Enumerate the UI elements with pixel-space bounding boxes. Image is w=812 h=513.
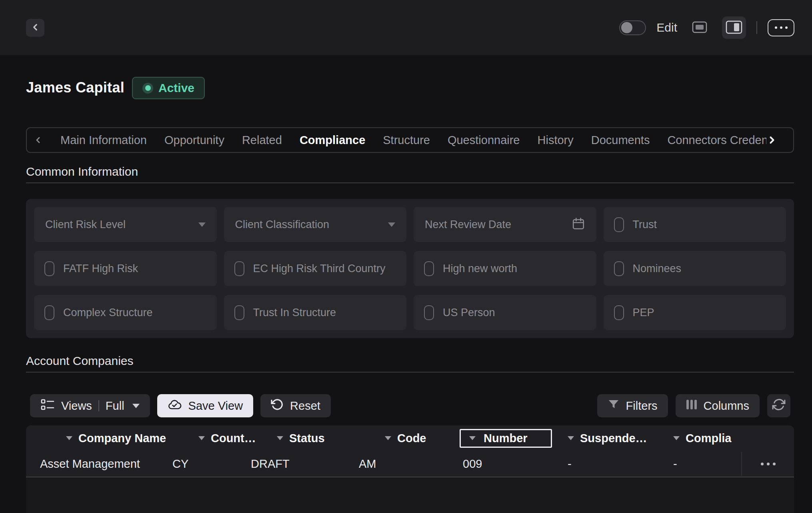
columns-button[interactable]: Columns [676,394,760,417]
caret-down-icon [132,404,140,408]
tab-history[interactable]: History [538,134,574,147]
full-width-view-icon [692,21,708,35]
save-view-button[interactable]: Save View [157,394,254,417]
reset-icon [271,398,284,414]
status-dot-icon [142,83,153,94]
tab-connectors-credentials[interactable]: Connectors Credenti [667,134,774,147]
tab-structure[interactable]: Structure [383,134,430,147]
filters-label: Filters [626,399,658,413]
field-label: Complex Structure [63,307,153,319]
cell-country[interactable]: CY [172,451,188,477]
cloud-check-icon [168,398,182,414]
table-toolbar-right: Filters Columns [597,394,790,417]
refresh-button[interactable] [767,394,790,417]
field-label: EC High Risk Third Country [253,263,386,275]
trust-checkbox[interactable]: Trust [604,207,786,242]
tab-related[interactable]: Related [242,134,282,147]
checkbox-icon [234,261,244,276]
column-label: Status [289,432,325,445]
nominees-checkbox[interactable]: Nominees [604,251,786,286]
column-header-company-name[interactable]: Company Name [57,425,166,451]
tabs-scroll-left-icon[interactable] [33,134,43,146]
cell-company-name[interactable]: Asset Management [40,451,140,477]
checkbox-icon [234,305,244,320]
tabs-scroll-right-icon[interactable] [766,133,780,147]
column-menu-icon[interactable] [673,436,680,440]
columns-icon [686,399,697,413]
topbar: Edit [0,0,812,55]
ec-high-risk-third-country-checkbox[interactable]: EC High Risk Third Country [224,251,407,286]
complex-structure-checkbox[interactable]: Complex Structure [34,295,217,330]
next-review-date-field[interactable]: Next Review Date [414,207,596,242]
status-badge: Active [132,77,205,99]
ellipsis-icon [775,26,788,29]
views-dropdown-button[interactable]: Views Full [30,394,150,417]
checkbox-icon [44,305,54,320]
section-divider [26,182,794,183]
button-divider [98,400,99,411]
cell-status[interactable]: DRAFT [251,451,290,477]
columns-label: Columns [704,399,749,413]
us-person-checkbox[interactable]: US Person [414,295,596,330]
column-menu-icon[interactable] [469,436,476,440]
filter-funnel-icon [608,399,620,413]
calendar-icon [572,217,585,232]
column-menu-icon[interactable] [568,436,574,440]
split-view-button[interactable] [722,16,746,39]
field-label: Client Risk Level [45,218,126,231]
column-header-country[interactable]: Count… [190,425,256,451]
column-selection-outline: Number [460,429,552,448]
column-menu-icon[interactable] [198,436,205,440]
edit-toggle-label: Edit [656,21,677,34]
column-header-code[interactable]: Code [376,425,426,451]
section-title-account-companies: Account Companies [26,354,133,368]
field-label: Next Review Date [425,218,511,231]
save-view-label: Save View [188,399,243,413]
cell-suspended[interactable]: - [568,451,572,477]
caret-down-icon [198,222,206,227]
tab-documents[interactable]: Documents [591,134,650,147]
checkbox-icon [44,261,54,276]
field-label: Trust In Structure [253,307,336,319]
row-actions-button[interactable] [742,451,794,477]
column-label: Code [397,432,426,445]
tab-compliance[interactable]: Compliance [300,134,365,147]
checkbox-icon [614,261,624,276]
client-risk-level-select[interactable]: Client Risk Level [34,207,217,242]
full-width-view-button[interactable] [688,16,712,39]
checkbox-icon [424,261,434,276]
fatf-high-risk-checkbox[interactable]: FATF High Risk [34,251,217,286]
tab-questionnaire[interactable]: Questionnaire [448,134,520,147]
pep-checkbox[interactable]: PEP [604,295,786,330]
cell-number[interactable]: 009 [463,451,482,477]
status-label: Active [158,81,194,95]
more-options-button[interactable] [768,19,794,36]
client-classification-select[interactable]: Client Classification [224,207,407,242]
column-menu-icon[interactable] [385,436,391,440]
column-label: Complia [686,432,731,445]
column-header-number[interactable]: Number [465,425,552,451]
filters-button[interactable]: Filters [597,394,668,417]
column-header-status[interactable]: Status [268,425,325,451]
column-header-suspended[interactable]: Suspende… [559,425,647,451]
row-divider [26,477,794,477]
field-label: Nominees [633,263,682,275]
column-menu-icon[interactable] [66,436,72,440]
back-button[interactable] [26,19,44,37]
reset-label: Reset [290,399,320,413]
trust-in-structure-checkbox[interactable]: Trust In Structure [224,295,407,330]
tab-main-information[interactable]: Main Information [60,134,147,147]
field-label: PEP [633,307,654,319]
tab-opportunity[interactable]: Opportunity [164,134,224,147]
cell-compliance[interactable]: - [673,451,677,477]
column-menu-icon[interactable] [277,436,283,440]
field-label: Trust [633,218,657,231]
field-label: US Person [443,307,495,319]
column-header-compliance[interactable]: Complia [664,425,731,451]
edit-toggle[interactable] [619,20,646,35]
split-view-icon [726,20,742,35]
cell-code[interactable]: AM [359,451,376,477]
high-new-worth-checkbox[interactable]: High new worth [414,251,596,286]
reset-button[interactable]: Reset [260,394,331,417]
column-label: Suspende… [580,432,647,445]
